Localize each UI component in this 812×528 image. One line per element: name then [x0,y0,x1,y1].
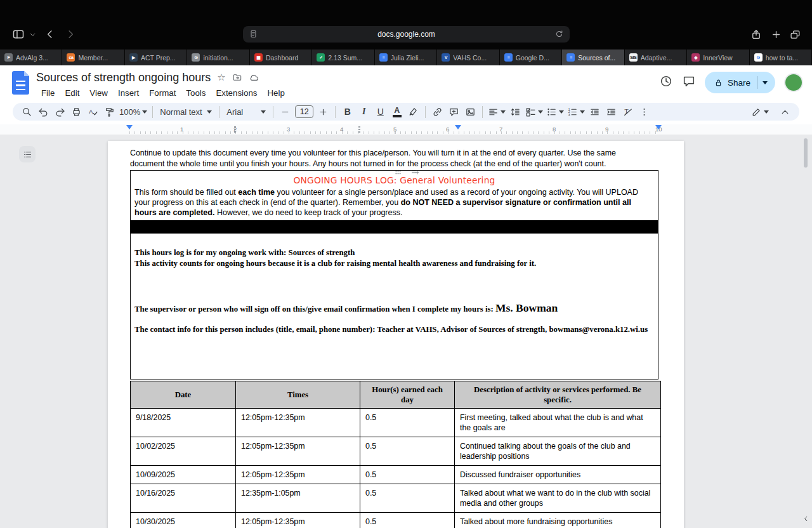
star-icon[interactable]: ☆ [217,72,225,83]
move-folder-icon[interactable] [232,72,242,82]
share-dropdown[interactable] [757,81,773,84]
log-heading[interactable]: ONGOING HOURS LOG: General Volunteering [131,175,658,185]
menu-edit[interactable]: Edit [60,87,84,99]
highlight-color-button[interactable] [405,104,421,119]
font-size-input[interactable]: 12 [295,105,313,118]
underline-button[interactable]: U [372,104,388,119]
outline-toggle-button[interactable] [19,146,36,162]
browser-tab[interactable]: ✓2.13 Sum... [312,50,374,65]
print-button[interactable] [69,104,84,119]
text-color-button[interactable]: A [389,104,405,119]
cell-description[interactable]: Discussed fundraiser opportunities [455,466,661,484]
clear-formatting-button[interactable]: T [620,104,636,119]
undo-button[interactable] [36,104,51,119]
bulleted-list-button[interactable] [545,104,565,119]
menu-view[interactable]: View [84,87,113,99]
styles-select[interactable]: Normal text [157,104,215,119]
spell-check-button[interactable]: A [85,104,101,119]
cell-description[interactable]: Talked about what we want to do in the c… [455,484,661,513]
cell-date[interactable]: 10/02/2025 [131,437,236,466]
supervisor-line[interactable]: The supervisor or person who will sign o… [134,301,654,315]
browser-tab[interactable]: caMember... [62,50,124,65]
menu-insert[interactable]: Insert [113,87,144,99]
browser-tab-active[interactable]: ≡Sources of... [562,50,624,65]
font-select[interactable]: Arial [223,104,269,119]
cell-times[interactable]: 12:05pm-12:35pm [236,437,360,466]
add-comment-button[interactable] [446,104,462,119]
line-spacing-button[interactable] [508,104,523,119]
tab-overview-icon[interactable] [788,27,802,41]
hide-menus-button[interactable] [777,104,793,119]
scrollbar-thumb[interactable] [804,138,808,168]
work-line-1[interactable]: This hours log is for my ongoing work wi… [134,248,654,258]
work-lines[interactable]: This hours log is for my ongoing work wi… [134,248,654,268]
new-tab-icon[interactable] [769,27,783,41]
cell-times[interactable]: 12:05pm-12:35pm [236,513,360,528]
increase-indent-button[interactable] [603,104,619,119]
font-size-decrease[interactable] [277,104,293,119]
menu-help[interactable]: Help [262,87,289,99]
header-date[interactable]: Date [131,381,236,409]
cell-times[interactable]: 12:35pm-1:05pm [236,484,360,513]
menu-tools[interactable]: Tools [181,87,211,99]
collapse-panel-chevron-icon[interactable] [802,514,810,525]
work-line-2[interactable]: This activity counts for ongoing hours b… [134,258,654,269]
sidebar-toggle-icon[interactable] [10,28,27,41]
browser-tab[interactable]: ≡Julia Zieli... [375,50,437,65]
browser-tab[interactable]: Ginitiation... [187,50,249,65]
browser-tab[interactable]: ▦Dashboard [250,50,312,65]
header-times[interactable]: Times [236,381,360,409]
italic-button[interactable]: I [356,104,372,119]
more-options-button[interactable] [636,104,652,119]
browser-tab[interactable]: VVAHS Co... [437,50,499,65]
comments-icon[interactable] [682,74,696,91]
cell-date[interactable]: 10/16/2025 [131,484,236,513]
cell-hours[interactable]: 0.5 [360,437,455,466]
forward-button[interactable] [63,27,77,41]
header-hours[interactable]: Hour(s) earned each day [360,381,455,409]
back-button[interactable] [43,27,57,41]
share-button[interactable]: Share [705,72,775,93]
version-history-icon[interactable] [659,74,673,91]
share-icon[interactable] [749,27,764,42]
reload-icon[interactable] [554,29,564,41]
cell-date[interactable]: 10/09/2025 [131,466,236,484]
cell-hours[interactable]: 0.5 [360,484,455,513]
doc-title[interactable]: Sources of strength ongoing hours [36,71,211,84]
cell-hours[interactable]: 0.5 [360,513,455,528]
browser-tab[interactable]: FAdvAlg 3... [0,50,62,65]
right-indent-marker[interactable] [655,125,662,129]
table-column-marker[interactable] [234,126,236,133]
redo-button[interactable] [52,104,68,119]
align-button[interactable] [487,104,507,119]
menu-extensions[interactable]: Extensions [211,87,262,99]
browser-tab[interactable]: SISAdaptive... [625,50,687,65]
cell-description[interactable]: Talked about more fundraising opportunit… [455,513,661,528]
numbered-list-button[interactable]: 123 [566,104,586,119]
docs-logo-icon[interactable] [12,71,29,95]
font-size-increase[interactable] [315,104,331,119]
search-menus-button[interactable] [19,104,35,119]
zoom-select[interactable]: 100% [118,104,148,119]
contact-line[interactable]: The contact info for this person include… [134,324,650,335]
address-bar[interactable]: docs.google.com [243,26,570,43]
intro-paragraph[interactable]: Continue to update this document every t… [130,148,636,169]
table-column-marker[interactable] [358,126,360,133]
browser-tab[interactable]: ◆InnerView [687,50,749,65]
insert-link-button[interactable] [429,104,445,119]
document-page[interactable]: Continue to update this document every t… [108,141,684,528]
sidebar-chevron-icon[interactable] [28,30,37,38]
menu-file[interactable]: File [36,87,60,99]
browser-tab[interactable]: ▶ACT Prep... [125,50,187,65]
menu-format[interactable]: Format [144,87,181,99]
paint-format-button[interactable] [102,104,117,119]
cell-description[interactable]: Continued talking about the goals of the… [455,437,661,466]
cell-description[interactable]: First meeting, talked about what the clu… [455,409,661,437]
browser-tab[interactable]: Ghow to ta... [750,50,812,65]
decrease-indent-button[interactable] [587,104,603,119]
cell-hours[interactable]: 0.5 [360,466,455,484]
bold-button[interactable]: B [339,104,355,119]
insert-image-button[interactable] [462,104,478,119]
browser-tab[interactable]: ≡Google D... [500,50,562,65]
left-indent-marker[interactable] [126,125,133,129]
